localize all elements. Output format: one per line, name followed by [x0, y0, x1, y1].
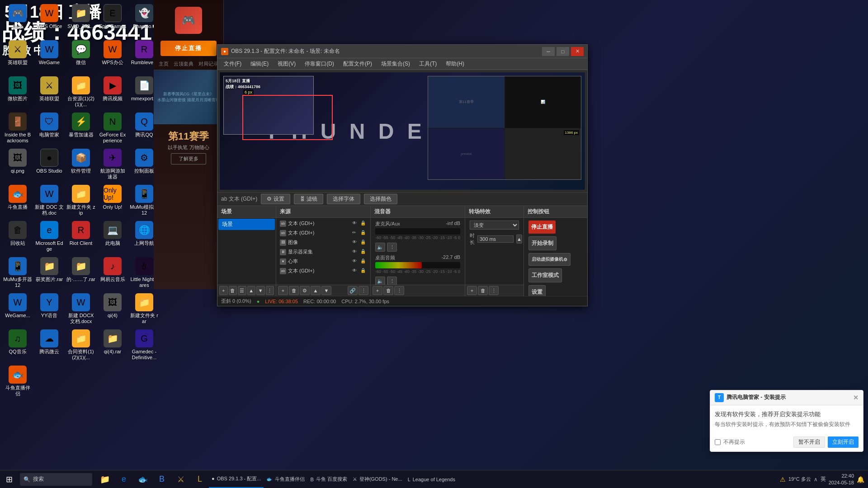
obs-menu-scenecollection[interactable]: 场景集合(S) [377, 59, 415, 69]
obs-transition-add-btn[interactable]: + [467, 286, 477, 295]
taskbar-start-button[interactable]: ⊞ [0, 470, 18, 488]
desktop-icon-douyu[interactable]: 🐟 斗鱼直播 [2, 183, 33, 218]
desktop-icon-wegame[interactable]: W WeGame [34, 38, 65, 74]
desktop-icon-qi4rar[interactable]: 📁 qi(4).rar [97, 328, 128, 363]
desktop-icon-wegame2[interactable]: W WeGame... [2, 291, 33, 327]
obs-scene-filter-btn[interactable]: ☰ [238, 286, 246, 295]
taskbar-obs-group[interactable]: ● OBS 29.1.3 - 配置... [209, 470, 264, 488]
obs-duration-up[interactable]: ▲ [516, 235, 522, 244]
desktop-icon-recycle[interactable]: 🗑 回收站 [2, 219, 33, 254]
desktop-icon-hetong[interactable]: 📁 合同资料(1)(2)(1)(... [66, 328, 96, 363]
desktop-icon-taiziyuan[interactable]: 📁 台资源(1)(2)(1)(... [66, 75, 96, 110]
obs-mixer-add-btn[interactable]: + [373, 286, 382, 295]
desktop-icon-newzip[interactable]: 📁 新建文件夹 zip [66, 183, 96, 218]
obs-lock-icon-5[interactable]: 🔒 [360, 258, 367, 265]
obs-start-record-btn[interactable]: 开始录制 [528, 236, 557, 250]
desktop-icon-newrar[interactable]: 📁 新建文件夹 rar [129, 291, 160, 327]
obs-menu-view[interactable]: 视图(V) [273, 59, 300, 69]
taskbar-lol-pinned[interactable]: L [191, 470, 209, 488]
taskbar-clock[interactable]: 22:40 2024-05-18 [829, 473, 854, 486]
obs-menu-file[interactable]: 文件(F) [219, 59, 246, 69]
desktop-icon-collect[interactable]: 📁 获奖图片.rar [34, 255, 65, 291]
taskbar-notification-center[interactable]: 🔔 [857, 476, 864, 483]
obs-close-button[interactable]: ✕ [571, 47, 584, 56]
desktop-icon-obs-studio[interactable]: ● OBS Studio [34, 147, 65, 182]
desktop-icon-newdoc[interactable]: W 新建 DOC 文档.doc [34, 183, 65, 218]
obs-minimize-button[interactable]: ─ [542, 47, 555, 56]
obs-mixer-delete-btn[interactable]: 🗑 [383, 286, 393, 295]
taskbar-notification-icon[interactable]: ⚠ [780, 476, 786, 483]
obs-mixer-mic-more[interactable]: ⋮ [387, 243, 397, 252]
obs-studio-mode-btn[interactable]: 工作室模式 [528, 268, 562, 282]
obs-transition-more-btn[interactable]: ⋮ [489, 286, 499, 295]
obs-scene-more-btn[interactable]: ⋮ [266, 286, 274, 295]
taskbar-douyulive-group[interactable]: 🐟 斗鱼直播伴侣 [264, 470, 307, 488]
obs-eye-icon-1[interactable]: 👁 [352, 221, 359, 227]
obs-settings-btn[interactable]: ⚙ 设置 [261, 194, 290, 204]
desktop-icon-edge[interactable]: e Microsoft Edge [34, 219, 65, 254]
taskbar-gods-group[interactable]: ⚔ 登神(GODS) - Ne... [350, 470, 405, 488]
taskbar-file-explorer[interactable]: 📁 [96, 470, 114, 488]
game-nav-cloud[interactable]: 云顶套典 [174, 61, 193, 67]
notif-enable-btn[interactable]: 立刻开启 [828, 436, 859, 448]
obs-lock-icon-3[interactable]: 🔒 [360, 239, 367, 246]
obs-menu-edit[interactable]: 编辑(E) [246, 59, 273, 69]
obs-mixer-desktop-mute[interactable]: 🔈 [375, 277, 385, 285]
obs-mixer-more-btn[interactable]: ⋮ [394, 286, 404, 295]
obs-scene-up-btn[interactable]: ▲ [247, 286, 256, 295]
desktop-icon-epic[interactable]: E Epic Games [97, 2, 128, 38]
desktop-icon-yy[interactable]: Y YY语音 [34, 291, 65, 327]
obs-menu-dockwindow[interactable]: 停靠窗口(D) [300, 59, 339, 69]
obs-menu-help[interactable]: 帮助(H) [441, 59, 469, 69]
desktop-icon-gamedev[interactable]: G Gamedec - Definitive... [129, 328, 160, 363]
obs-scene-item[interactable]: 场景 [218, 219, 275, 230]
desktop-icon-onlyup[interactable]: Only Up! Only Up! [97, 183, 128, 218]
desktop-icon-hero[interactable]: ⚔ 英雄联盟 [2, 38, 33, 74]
obs-mixer-desktop-more[interactable]: ⋮ [387, 277, 397, 285]
desktop-icon-riot[interactable]: R Riot Client [66, 219, 96, 254]
desktop-icon-svid[interactable]: 📁 SVID_202... [66, 2, 96, 38]
taskbar-up-arrow-icon[interactable]: ∧ [814, 476, 818, 483]
desktop-icon-geforce[interactable]: N GeForce Experience [97, 111, 128, 146]
obs-source-up-btn[interactable]: ▲ [311, 286, 321, 295]
obs-lock-icon-4[interactable]: 🔒 [360, 249, 367, 255]
game-nav-record[interactable]: 对局记录 [198, 61, 218, 67]
taskbar-lol-group[interactable]: L League of Legends [405, 470, 458, 488]
obs-color-btn[interactable]: 选择颜色 [364, 194, 397, 204]
game-nav-home[interactable]: 主页 [159, 61, 169, 67]
obs-lock-icon-1[interactable]: 🔒 [360, 221, 367, 227]
obs-settings-panel-btn[interactable]: 设置 [528, 285, 546, 296]
desktop-icon-wps[interactable]: W WPS Office [34, 2, 65, 38]
obs-eye-icon-5[interactable]: 👁 [352, 258, 359, 265]
notif-close-btn[interactable]: ✕ [853, 394, 859, 401]
obs-lock-icon-6[interactable]: 🔒 [360, 268, 367, 274]
obs-source-more-btn[interactable]: ⋮ [359, 286, 368, 295]
desktop-icon-qqmusic[interactable]: ♫ QQ音乐 [2, 328, 33, 363]
obs-transition-delete-btn[interactable]: 🗑 [478, 286, 488, 295]
taskbar-edge[interactable]: e [115, 470, 133, 488]
obs-source-settings-btn[interactable]: ⚙ [300, 286, 310, 295]
desktop-icon-douyulive[interactable]: 🐟 斗鱼直播伴侣 [2, 364, 33, 399]
obs-source-link-btn[interactable]: 🔗 [348, 286, 358, 295]
notif-checkbox[interactable] [715, 439, 721, 445]
obs-scene-add-btn[interactable]: + [219, 286, 228, 295]
obs-source-add-btn[interactable]: + [278, 286, 288, 295]
taskbar-baidu-pinned[interactable]: B [153, 470, 171, 488]
obs-virtual-cam-btn[interactable]: 启动虚拟摄像机 ⚙ [528, 253, 571, 266]
obs-eye-icon-6[interactable]: 👁 [352, 268, 359, 274]
desktop-icon-jiaoji[interactable]: 🎮 jiaoji [2, 2, 33, 38]
notif-later-btn[interactable]: 暂不开启 [793, 436, 825, 448]
desktop-icon-tencentvideo[interactable]: ▶ 腾讯视频 [97, 75, 128, 110]
desktop-icon-razer[interactable]: ⚡ 暴雪加速器 [66, 111, 96, 146]
desktop-icon-hero2[interactable]: ⚔ 英雄联盟 [34, 75, 65, 110]
desktop-icon-software[interactable]: 📦 软件管理 [66, 147, 96, 182]
taskbar-search-box[interactable]: 🔍 搜索 [20, 473, 92, 486]
obs-filter-btn[interactable]: 🎛 滤镜 [294, 194, 323, 204]
desktop-icon-tencentcloud[interactable]: ☁ 腾讯微云 [34, 328, 65, 363]
desktop-icon-airplane[interactable]: ✈ 航游网游加速器 [97, 147, 128, 182]
obs-transition-select[interactable]: 淡变 [470, 221, 519, 230]
desktop-icon-backrooms[interactable]: 🚪 Inside the Backrooms [2, 111, 33, 146]
desktop-icon-wymusic[interactable]: ♪ 网易云音乐 [97, 255, 128, 291]
play-button[interactable]: 停止直播 [160, 41, 217, 56]
obs-lock-icon-2[interactable]: 🔒 [360, 230, 367, 236]
